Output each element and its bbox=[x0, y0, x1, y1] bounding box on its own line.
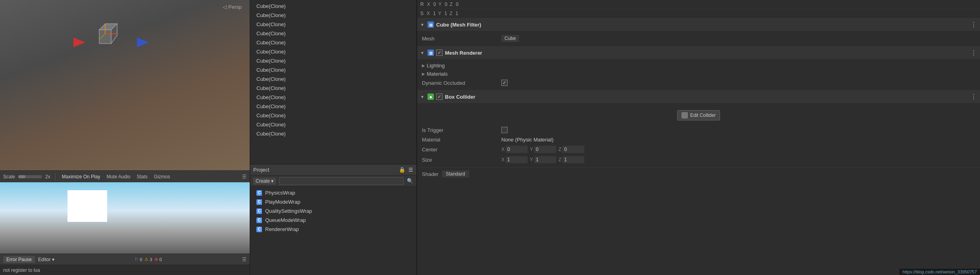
mesh-filter-arrow: ▼ bbox=[420, 23, 425, 27]
hierarchy-item-9[interactable]: Cube(Clone) bbox=[250, 84, 416, 93]
mesh-filter-title: Cube (Mesh Filter) bbox=[436, 22, 481, 28]
toolbar-menu-icon[interactable]: ☰ bbox=[242, 174, 246, 180]
hierarchy-item-14[interactable]: Cube(Clone) bbox=[250, 129, 416, 138]
error-pause-tab[interactable]: Error Pause bbox=[3, 256, 35, 263]
project-item-label-2: QualitySettingsWrap bbox=[265, 208, 312, 214]
project-item-label-1: PlayModeWrap bbox=[265, 199, 300, 205]
project-item-icon-4: C bbox=[256, 227, 262, 232]
s-y-value: 1 bbox=[445, 11, 447, 16]
lighting-arrow: ▶ bbox=[422, 63, 425, 68]
project-item-2[interactable]: C QualitySettingsWrap bbox=[250, 206, 416, 216]
material-row: Material None (Physic Material) bbox=[422, 135, 975, 144]
edit-collider-label: Edit Collider bbox=[690, 113, 716, 118]
game-preview bbox=[0, 182, 250, 254]
size-x-value: 1 bbox=[506, 156, 528, 163]
size-x-label: X bbox=[501, 157, 504, 162]
mesh-filter-menu-btn[interactable]: ⋮ bbox=[970, 21, 977, 29]
is-trigger-checkbox[interactable] bbox=[501, 127, 508, 133]
s-y-label: Y bbox=[438, 11, 441, 16]
center-x-value: 0 bbox=[506, 146, 528, 153]
hierarchy-item-12[interactable]: Cube(Clone) bbox=[250, 111, 416, 120]
s-x-value: 1 bbox=[433, 11, 436, 16]
size-label: Size bbox=[422, 157, 501, 163]
shader-row: Shader Standard bbox=[417, 168, 980, 180]
center-x-label: X bbox=[501, 147, 504, 152]
box-collider-body: Edit Collider Is Trigger Material None (… bbox=[417, 103, 980, 167]
mesh-renderer-header[interactable]: ▼ ▦ Mesh Renderer ⋮ bbox=[417, 46, 980, 59]
project-item-3[interactable]: C QueueModeWrap bbox=[250, 216, 416, 225]
box-collider-menu-btn[interactable]: ⋮ bbox=[970, 93, 977, 101]
hierarchy-item-13[interactable]: Cube(Clone) bbox=[250, 120, 416, 129]
scale-slider[interactable] bbox=[18, 175, 42, 178]
s-z-label: Z bbox=[449, 11, 452, 16]
r-y-label: Y bbox=[438, 2, 441, 7]
size-x-field: X 1 bbox=[501, 156, 528, 163]
project-menu-icon[interactable]: ☰ bbox=[408, 167, 413, 173]
mute-audio-button[interactable]: Mute Audio bbox=[105, 173, 132, 180]
hierarchy-item-6[interactable]: Cube(Clone) bbox=[250, 56, 416, 65]
project-item-label-4: RendererWrap bbox=[265, 226, 299, 232]
mesh-renderer-menu-btn[interactable]: ⋮ bbox=[970, 49, 977, 57]
size-xyz: X 1 Y 1 Z 1 bbox=[501, 156, 584, 163]
transform-s-xyz: X 1 Y 1 Z 1 bbox=[427, 11, 458, 16]
red-arrow bbox=[73, 38, 85, 47]
console-badges: ⚐ 0 ⚠ 3 ⊗ 0 bbox=[135, 257, 162, 262]
project-item-label-3: QueueModeWrap bbox=[265, 217, 306, 223]
stats-button[interactable]: Stats bbox=[135, 173, 149, 180]
size-z-value: 1 bbox=[562, 156, 584, 163]
project-item-icon-0: C bbox=[256, 190, 262, 196]
hierarchy-item-8[interactable]: Cube(Clone) bbox=[250, 74, 416, 84]
scene-panel: ◁ Persp Scale bbox=[0, 0, 250, 275]
collider-icon bbox=[682, 112, 688, 118]
edit-collider-button[interactable]: Edit Collider bbox=[677, 110, 720, 120]
hierarchy-item-5[interactable]: Cube(Clone) bbox=[250, 47, 416, 56]
mesh-renderer-arrow: ▼ bbox=[420, 51, 425, 55]
project-item-4[interactable]: C RendererWrap bbox=[250, 225, 416, 234]
materials-label: Materials bbox=[427, 71, 448, 77]
hierarchy-item-10[interactable]: Cube(Clone) bbox=[250, 93, 416, 102]
mesh-renderer-enabled-checkbox[interactable] bbox=[436, 50, 443, 56]
dynamic-occluded-row: Dynamic Occluded bbox=[422, 78, 975, 88]
scene-toolbar: Scale 2x Maximize On Play Mute Audio Sta… bbox=[0, 170, 250, 182]
project-item-0[interactable]: C PhysicsWrap bbox=[250, 188, 416, 197]
hierarchy-item-11[interactable]: Cube(Clone) bbox=[250, 102, 416, 111]
inspector-panel: R X 0 Y 0 Z 0 S X 1 Y 1 Z 1 ▼ ▦ Cube (Me… bbox=[417, 0, 980, 275]
hierarchy-item-7[interactable]: Cube(Clone) bbox=[250, 65, 416, 74]
center-x-field: X 0 bbox=[501, 146, 528, 153]
size-y-label: Y bbox=[530, 157, 533, 162]
project-items-list: C PhysicsWrap C PlayModeWrap C QualitySe… bbox=[250, 187, 416, 275]
project-lock-icon[interactable]: 🔒 bbox=[399, 167, 405, 173]
mesh-value: Cube bbox=[501, 35, 519, 42]
center-row: Center X 0 Y 0 Z 0 bbox=[422, 144, 975, 155]
console-toolbar: Error Pause Editor ▾ ⚐ 0 ⚠ 3 ⊗ 0 ☰ bbox=[0, 254, 250, 265]
console-menu-icon[interactable]: ☰ bbox=[242, 257, 246, 262]
scale-value: 2x bbox=[45, 174, 50, 180]
project-item-1[interactable]: C PlayModeWrap bbox=[250, 197, 416, 206]
search-icon[interactable]: 🔍 bbox=[407, 178, 413, 184]
gizmos-button[interactable]: Gizmos bbox=[152, 173, 172, 180]
hierarchy-item-0[interactable]: Cube(Clone) bbox=[250, 2, 416, 11]
editor-dropdown[interactable]: Editor ▾ bbox=[38, 257, 54, 262]
hierarchy-item-2[interactable]: Cube(Clone) bbox=[250, 20, 416, 29]
hierarchy-item-4[interactable]: Cube(Clone) bbox=[250, 38, 416, 47]
box-collider-header[interactable]: ▼ ■ Box Collider ⋮ bbox=[417, 90, 980, 103]
maximize-on-play-button[interactable]: Maximize On Play bbox=[60, 173, 102, 180]
dynamic-occluded-checkbox[interactable] bbox=[501, 80, 508, 86]
project-item-icon-3: C bbox=[256, 218, 262, 223]
warning-badge: ⚠ 3 bbox=[144, 257, 152, 262]
transform-s-row: S X 1 Y 1 Z 1 bbox=[417, 9, 980, 18]
materials-subsection[interactable]: ▶ Materials bbox=[422, 70, 975, 78]
mesh-filter-header[interactable]: ▼ ▦ Cube (Mesh Filter) ⋮ bbox=[417, 18, 980, 31]
scene-viewport: ◁ Persp bbox=[0, 0, 250, 170]
hierarchy-item-1[interactable]: Cube(Clone) bbox=[250, 11, 416, 20]
hierarchy-item-3[interactable]: Cube(Clone) bbox=[250, 29, 416, 38]
info-icon: ⚐ bbox=[135, 257, 139, 262]
size-z-label: Z bbox=[558, 157, 561, 162]
box-collider-enabled-checkbox[interactable] bbox=[436, 94, 443, 100]
project-search-input[interactable] bbox=[279, 177, 404, 185]
project-item-icon-1: C bbox=[256, 199, 262, 205]
persp-label: ◁ Persp bbox=[223, 4, 242, 10]
lighting-subsection[interactable]: ▶ Lighting bbox=[422, 61, 975, 70]
create-button[interactable]: Create ▾ bbox=[253, 178, 276, 185]
project-item-label-0: PhysicsWrap bbox=[265, 190, 295, 196]
